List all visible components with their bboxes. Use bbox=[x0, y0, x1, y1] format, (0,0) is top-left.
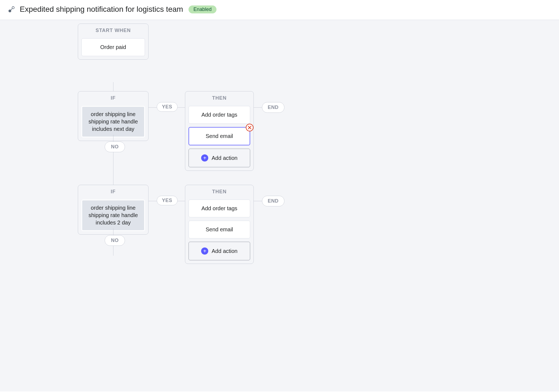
action-add-order-tags-1[interactable]: Add order tags bbox=[189, 106, 250, 124]
add-action-button-2[interactable]: + Add action bbox=[189, 242, 250, 260]
condition-text-1[interactable]: order shipping line ship­ping rate handl… bbox=[81, 106, 145, 137]
trigger-node[interactable]: START WHEN Order paid bbox=[78, 24, 149, 60]
condition-node-2[interactable]: IF order shipping line ship­ping rate ha… bbox=[78, 185, 149, 235]
condition-text-2[interactable]: order shipping line ship­ping rate handl… bbox=[81, 200, 145, 231]
delete-action-button[interactable] bbox=[246, 124, 253, 131]
action-add-order-tags-2[interactable]: Add order tags bbox=[189, 200, 250, 217]
plus-icon: + bbox=[201, 247, 208, 255]
plus-icon: + bbox=[201, 154, 208, 162]
yes-label-2: YES bbox=[157, 196, 178, 205]
trigger-event[interactable]: Order paid bbox=[81, 38, 145, 56]
action-send-email-1[interactable]: Send email bbox=[189, 127, 250, 145]
then-node-2[interactable]: THEN Add order tags Send email + Add act… bbox=[185, 185, 254, 264]
add-action-label-2: Add action bbox=[212, 248, 238, 254]
end-label-2: END bbox=[262, 196, 284, 206]
no-label-2: NO bbox=[105, 235, 125, 246]
end-label-1: END bbox=[262, 102, 284, 113]
then-node-1[interactable]: THEN Add order tags Send email + Add act… bbox=[185, 91, 254, 171]
connector bbox=[113, 82, 113, 91]
status-badge: Enabled bbox=[189, 5, 216, 13]
workflow-icon bbox=[8, 5, 15, 13]
no-label-1: NO bbox=[105, 142, 125, 152]
workflow-canvas[interactable]: START WHEN Order paid IF order shipping … bbox=[0, 20, 559, 391]
node-header-if: IF bbox=[78, 91, 148, 106]
svg-point-1 bbox=[12, 7, 14, 9]
condition-node-1[interactable]: IF order shipping line ship­ping rate ha… bbox=[78, 91, 149, 141]
page-title: Expedited shipping notification for logi… bbox=[20, 5, 183, 14]
node-header-then-2: THEN bbox=[185, 185, 253, 200]
action-send-email-1-label: Send email bbox=[206, 133, 233, 139]
svg-line-2 bbox=[11, 8, 12, 10]
yes-label-1: YES bbox=[157, 102, 178, 112]
node-header-if-2: IF bbox=[78, 185, 148, 200]
add-action-button-1[interactable]: + Add action bbox=[189, 149, 250, 167]
node-header-start-when: START WHEN bbox=[78, 24, 148, 38]
page-header: Expedited shipping notification for logi… bbox=[0, 0, 559, 20]
action-send-email-2[interactable]: Send email bbox=[189, 221, 250, 238]
add-action-label: Add action bbox=[212, 155, 238, 161]
node-header-then: THEN bbox=[185, 91, 253, 106]
